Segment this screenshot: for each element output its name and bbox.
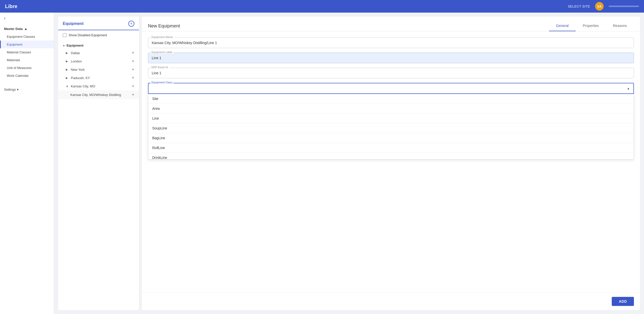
- sidebar-item-equipment-classes[interactable]: Equipment Classes: [0, 33, 54, 41]
- show-disabled-label[interactable]: Show Disabled Equipment: [69, 33, 107, 37]
- equipment-panel-title: Equipment: [63, 21, 84, 26]
- paducah-chevron-icon: ▶: [66, 76, 69, 80]
- settings-label: Settings: [4, 88, 16, 91]
- tree-item-dallas[interactable]: ▶ Dallas +: [58, 49, 139, 57]
- paducah-add-icon[interactable]: +: [132, 75, 134, 81]
- erp-asset-id-field: ERP Asset Id: [148, 68, 634, 78]
- collapse-sidebar-button[interactable]: ‹: [0, 13, 54, 24]
- tree-item-london[interactable]: ▶ London +: [58, 57, 139, 65]
- equipment-class-dropdown-list: Site Area Line SoupLine BagLine: [148, 94, 634, 159]
- top-nav: Libre SELECT SITE XA: [0, 0, 644, 13]
- dropdown-option-site[interactable]: Site: [148, 94, 634, 104]
- sidebar-item-materials[interactable]: Materials: [0, 56, 54, 64]
- tree-item-kansas-city[interactable]: ▼ Kansas City, MO +: [58, 82, 139, 90]
- equipment-class-label: Equipment Class: [150, 81, 173, 84]
- main-layout: ‹ Master Data ▲ Equipment Classes Equipm…: [0, 13, 644, 314]
- kansas-whiskey-add-icon[interactable]: +: [132, 92, 134, 97]
- tree-item-new-york[interactable]: ▶ New York +: [58, 65, 139, 74]
- form-footer: ADD: [142, 293, 640, 310]
- new-york-chevron-icon: ▶: [66, 68, 69, 71]
- london-add-icon[interactable]: +: [132, 59, 134, 64]
- equipment-class-input[interactable]: [152, 86, 627, 90]
- form-panel-header: New Equipment General Properties Reasons: [142, 17, 640, 31]
- new-york-label: New York: [71, 68, 85, 72]
- master-data-group-header[interactable]: Master Data ▲: [0, 25, 54, 33]
- tab-reasons[interactable]: Reasons: [606, 21, 634, 31]
- kansas-city-add-icon[interactable]: +: [132, 84, 134, 89]
- sidebar-item-equipment[interactable]: Equipment: [0, 41, 54, 48]
- form-body: Equipment Name Equipment Label ERP Asset…: [142, 31, 640, 293]
- tree-root-chevron-icon: [63, 44, 65, 47]
- show-disabled-row: Show Disabled Equipment: [58, 30, 139, 40]
- equipment-panel-header: Equipment +: [58, 17, 139, 30]
- settings-group[interactable]: Settings ▾: [0, 86, 54, 93]
- london-label: London: [71, 59, 82, 63]
- app-logo: Libre: [5, 4, 17, 9]
- settings-chevron-icon: ▾: [17, 88, 19, 91]
- erp-asset-id-input[interactable]: [148, 68, 634, 78]
- equipment-label-label: Equipment Label: [150, 51, 173, 54]
- content-area: Equipment + Show Disabled Equipment Equi…: [54, 13, 644, 314]
- erp-asset-id-label: ERP Asset Id: [150, 66, 169, 69]
- dropdown-option-soupline[interactable]: SoupLine: [148, 123, 634, 133]
- sidebar: ‹ Master Data ▲ Equipment Classes Equipm…: [0, 13, 54, 314]
- tree-item-paducah-ky[interactable]: ▶ Paducah, KY +: [58, 74, 139, 82]
- tree-root-label: Equipment: [67, 44, 83, 47]
- new-york-add-icon[interactable]: +: [132, 67, 134, 72]
- form-panel-title: New Equipment: [148, 23, 549, 29]
- tab-properties[interactable]: Properties: [576, 21, 606, 31]
- kansas-city-chevron-icon: ▼: [66, 85, 69, 88]
- add-button[interactable]: ADD: [612, 297, 634, 306]
- avatar[interactable]: XA: [595, 2, 604, 11]
- equipment-class-dropdown-wrapper[interactable]: ▲: [148, 83, 634, 94]
- equipment-label-input[interactable]: [148, 53, 634, 63]
- kansas-city-label: Kansas City, MO: [71, 84, 95, 88]
- tree-root-equipment[interactable]: Equipment: [58, 42, 139, 49]
- dropdown-option-area[interactable]: Area: [148, 104, 634, 114]
- select-site-button[interactable]: SELECT SITE: [568, 5, 590, 8]
- equipment-class-chevron-icon: ▲: [627, 87, 630, 90]
- add-equipment-button[interactable]: +: [128, 21, 134, 27]
- dropdown-option-rollline[interactable]: RollLine: [148, 143, 634, 153]
- kansas-whiskey-label: Kansas City, MO/Whiskey Distilling: [70, 93, 121, 97]
- paducah-label: Paducah, KY: [71, 76, 90, 80]
- london-chevron-icon: ▶: [66, 60, 69, 63]
- equipment-name-field: Equipment Name: [148, 38, 634, 48]
- master-data-section: Master Data ▲ Equipment Classes Equipmen…: [0, 24, 54, 81]
- dropdown-option-drinkline[interactable]: DrinkLine: [148, 153, 634, 159]
- show-disabled-checkbox[interactable]: [63, 33, 67, 37]
- equipment-tree: Equipment ▶ Dallas + ▶ London + ▶ Ne: [58, 40, 139, 308]
- nav-bar-decoration: [609, 6, 639, 7]
- tree-item-kansas-whiskey[interactable]: Kansas City, MO/Whiskey Distilling +: [58, 90, 139, 99]
- master-data-label: Master Data: [4, 27, 23, 31]
- equipment-name-label: Equipment Name: [150, 36, 174, 39]
- dallas-label: Dallas: [71, 51, 80, 55]
- equipment-panel: Equipment + Show Disabled Equipment Equi…: [58, 17, 139, 310]
- form-tabs: General Properties Reasons: [549, 21, 634, 31]
- equipment-label-field: Equipment Label: [148, 53, 634, 63]
- dropdown-option-line[interactable]: Line: [148, 114, 634, 123]
- form-panel: New Equipment General Properties Reasons: [142, 17, 640, 310]
- tab-general[interactable]: General: [549, 21, 576, 31]
- dropdown-option-bagline[interactable]: BagLine: [148, 133, 634, 143]
- sidebar-item-work-calendar[interactable]: Work Calendar: [0, 72, 54, 80]
- dallas-add-icon[interactable]: +: [132, 50, 134, 56]
- equipment-name-input[interactable]: [148, 38, 634, 48]
- dallas-chevron-icon: ▶: [66, 51, 69, 55]
- sidebar-item-material-classes[interactable]: Material Classes: [0, 48, 54, 56]
- sidebar-item-unit-of-measures[interactable]: Unit of Measures: [0, 64, 54, 72]
- master-data-chevron: ▲: [24, 27, 27, 31]
- equipment-class-field: Equipment Class ▲ Site Area Line: [148, 83, 634, 94]
